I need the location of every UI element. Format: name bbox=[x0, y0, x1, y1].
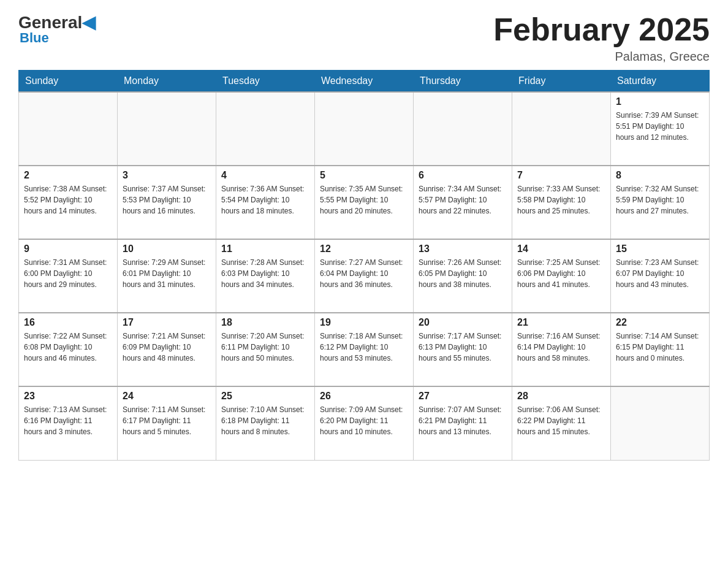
day-number: 5 bbox=[320, 170, 408, 181]
day-info: Sunrise: 7:33 AM Sunset: 5:58 PM Dayligh… bbox=[517, 183, 605, 216]
title-area: February 2025 Palamas, Greece bbox=[493, 12, 710, 64]
day-number: 10 bbox=[123, 243, 211, 255]
day-info: Sunrise: 7:37 AM Sunset: 5:53 PM Dayligh… bbox=[123, 183, 211, 216]
calendar-cell: 3Sunrise: 7:37 AM Sunset: 5:53 PM Daylig… bbox=[118, 166, 216, 239]
day-info: Sunrise: 7:23 AM Sunset: 6:07 PM Dayligh… bbox=[616, 257, 704, 290]
calendar-cell: 5Sunrise: 7:35 AM Sunset: 5:55 PM Daylig… bbox=[315, 166, 414, 239]
day-info: Sunrise: 7:38 AM Sunset: 5:52 PM Dayligh… bbox=[24, 183, 112, 216]
day-number: 12 bbox=[320, 243, 408, 255]
day-number: 22 bbox=[616, 317, 704, 328]
day-number: 9 bbox=[24, 243, 112, 255]
day-info: Sunrise: 7:17 AM Sunset: 6:13 PM Dayligh… bbox=[419, 331, 507, 364]
weekday-header-sunday: Sunday bbox=[19, 71, 118, 93]
calendar-cell: 9Sunrise: 7:31 AM Sunset: 6:00 PM Daylig… bbox=[19, 239, 118, 313]
calendar-cell: 12Sunrise: 7:27 AM Sunset: 6:04 PM Dayli… bbox=[315, 239, 414, 313]
day-number: 23 bbox=[24, 391, 112, 402]
calendar-cell bbox=[118, 92, 216, 166]
page-header: General◀ Blue February 2025 Palamas, Gre… bbox=[18, 12, 710, 64]
day-number: 14 bbox=[517, 243, 605, 255]
day-number: 3 bbox=[123, 170, 211, 181]
logo-general: General bbox=[18, 13, 82, 32]
calendar-cell: 18Sunrise: 7:20 AM Sunset: 6:11 PM Dayli… bbox=[216, 313, 315, 386]
day-info: Sunrise: 7:07 AM Sunset: 6:21 PM Dayligh… bbox=[419, 404, 507, 437]
day-number: 19 bbox=[320, 317, 408, 328]
calendar-cell bbox=[611, 386, 710, 460]
logo: General◀ Blue bbox=[18, 12, 96, 46]
day-info: Sunrise: 7:32 AM Sunset: 5:59 PM Dayligh… bbox=[616, 183, 704, 216]
calendar-table: SundayMondayTuesdayWednesdayThursdayFrid… bbox=[18, 70, 710, 461]
calendar-cell: 17Sunrise: 7:21 AM Sunset: 6:09 PM Dayli… bbox=[118, 313, 216, 386]
calendar-cell: 28Sunrise: 7:06 AM Sunset: 6:22 PM Dayli… bbox=[512, 386, 611, 460]
calendar-cell: 6Sunrise: 7:34 AM Sunset: 5:57 PM Daylig… bbox=[414, 166, 512, 239]
day-number: 6 bbox=[419, 170, 507, 181]
calendar-cell: 11Sunrise: 7:28 AM Sunset: 6:03 PM Dayli… bbox=[216, 239, 315, 313]
day-info: Sunrise: 7:09 AM Sunset: 6:20 PM Dayligh… bbox=[320, 404, 408, 437]
day-info: Sunrise: 7:13 AM Sunset: 6:16 PM Dayligh… bbox=[24, 404, 112, 437]
day-info: Sunrise: 7:34 AM Sunset: 5:57 PM Dayligh… bbox=[419, 183, 507, 216]
calendar-cell: 23Sunrise: 7:13 AM Sunset: 6:16 PM Dayli… bbox=[19, 386, 118, 460]
day-number: 4 bbox=[221, 170, 309, 181]
calendar-cell: 22Sunrise: 7:14 AM Sunset: 6:15 PM Dayli… bbox=[611, 313, 710, 386]
day-number: 7 bbox=[517, 170, 605, 181]
day-info: Sunrise: 7:26 AM Sunset: 6:05 PM Dayligh… bbox=[419, 257, 507, 290]
calendar-cell: 20Sunrise: 7:17 AM Sunset: 6:13 PM Dayli… bbox=[414, 313, 512, 386]
day-number: 21 bbox=[517, 317, 605, 328]
calendar-cell: 7Sunrise: 7:33 AM Sunset: 5:58 PM Daylig… bbox=[512, 166, 611, 239]
weekday-header-tuesday: Tuesday bbox=[216, 71, 315, 93]
day-info: Sunrise: 7:29 AM Sunset: 6:01 PM Dayligh… bbox=[123, 257, 211, 290]
day-number: 2 bbox=[24, 170, 112, 181]
day-info: Sunrise: 7:11 AM Sunset: 6:17 PM Dayligh… bbox=[123, 404, 211, 437]
day-info: Sunrise: 7:16 AM Sunset: 6:14 PM Dayligh… bbox=[517, 331, 605, 364]
weekday-header-monday: Monday bbox=[118, 71, 216, 93]
day-info: Sunrise: 7:14 AM Sunset: 6:15 PM Dayligh… bbox=[616, 331, 704, 364]
day-info: Sunrise: 7:10 AM Sunset: 6:18 PM Dayligh… bbox=[221, 404, 309, 437]
calendar-cell bbox=[19, 92, 118, 166]
calendar-cell: 21Sunrise: 7:16 AM Sunset: 6:14 PM Dayli… bbox=[512, 313, 611, 386]
calendar-week-row: 1Sunrise: 7:39 AM Sunset: 5:51 PM Daylig… bbox=[19, 92, 710, 166]
day-number: 18 bbox=[221, 317, 309, 328]
calendar-cell: 13Sunrise: 7:26 AM Sunset: 6:05 PM Dayli… bbox=[414, 239, 512, 313]
day-number: 17 bbox=[123, 317, 211, 328]
day-info: Sunrise: 7:18 AM Sunset: 6:12 PM Dayligh… bbox=[320, 331, 408, 364]
calendar-cell bbox=[512, 92, 611, 166]
calendar-cell: 10Sunrise: 7:29 AM Sunset: 6:01 PM Dayli… bbox=[118, 239, 216, 313]
day-info: Sunrise: 7:27 AM Sunset: 6:04 PM Dayligh… bbox=[320, 257, 408, 290]
day-number: 15 bbox=[616, 243, 704, 255]
day-number: 20 bbox=[419, 317, 507, 328]
day-info: Sunrise: 7:20 AM Sunset: 6:11 PM Dayligh… bbox=[221, 331, 309, 364]
day-info: Sunrise: 7:31 AM Sunset: 6:00 PM Dayligh… bbox=[24, 257, 112, 290]
day-number: 11 bbox=[221, 243, 309, 255]
logo-text-bottom: Blue bbox=[20, 30, 49, 46]
day-info: Sunrise: 7:25 AM Sunset: 6:06 PM Dayligh… bbox=[517, 257, 605, 290]
calendar-cell: 16Sunrise: 7:22 AM Sunset: 6:08 PM Dayli… bbox=[19, 313, 118, 386]
calendar-cell: 4Sunrise: 7:36 AM Sunset: 5:54 PM Daylig… bbox=[216, 166, 315, 239]
calendar-cell: 19Sunrise: 7:18 AM Sunset: 6:12 PM Dayli… bbox=[315, 313, 414, 386]
calendar-week-row: 9Sunrise: 7:31 AM Sunset: 6:00 PM Daylig… bbox=[19, 239, 710, 313]
weekday-header-saturday: Saturday bbox=[611, 71, 710, 93]
day-info: Sunrise: 7:36 AM Sunset: 5:54 PM Dayligh… bbox=[221, 183, 309, 216]
day-number: 27 bbox=[419, 391, 507, 402]
day-number: 24 bbox=[123, 391, 211, 402]
calendar-header-row: SundayMondayTuesdayWednesdayThursdayFrid… bbox=[19, 71, 710, 93]
day-number: 16 bbox=[24, 317, 112, 328]
calendar-cell: 24Sunrise: 7:11 AM Sunset: 6:17 PM Dayli… bbox=[118, 386, 216, 460]
day-info: Sunrise: 7:06 AM Sunset: 6:22 PM Dayligh… bbox=[517, 404, 605, 437]
day-number: 8 bbox=[616, 170, 704, 181]
calendar-cell bbox=[216, 92, 315, 166]
day-info: Sunrise: 7:35 AM Sunset: 5:55 PM Dayligh… bbox=[320, 183, 408, 216]
day-number: 26 bbox=[320, 391, 408, 402]
calendar-cell: 2Sunrise: 7:38 AM Sunset: 5:52 PM Daylig… bbox=[19, 166, 118, 239]
day-info: Sunrise: 7:21 AM Sunset: 6:09 PM Dayligh… bbox=[123, 331, 211, 364]
calendar-cell: 1Sunrise: 7:39 AM Sunset: 5:51 PM Daylig… bbox=[611, 92, 710, 166]
calendar-cell: 27Sunrise: 7:07 AM Sunset: 6:21 PM Dayli… bbox=[414, 386, 512, 460]
day-number: 25 bbox=[221, 391, 309, 402]
day-number: 1 bbox=[616, 96, 704, 107]
day-info: Sunrise: 7:39 AM Sunset: 5:51 PM Dayligh… bbox=[616, 110, 704, 143]
location-label: Palamas, Greece bbox=[493, 50, 710, 64]
calendar-cell: 26Sunrise: 7:09 AM Sunset: 6:20 PM Dayli… bbox=[315, 386, 414, 460]
month-title: February 2025 bbox=[493, 12, 710, 47]
weekday-header-wednesday: Wednesday bbox=[315, 71, 414, 93]
weekday-header-friday: Friday bbox=[512, 71, 611, 93]
day-number: 13 bbox=[419, 243, 507, 255]
calendar-week-row: 16Sunrise: 7:22 AM Sunset: 6:08 PM Dayli… bbox=[19, 313, 710, 386]
